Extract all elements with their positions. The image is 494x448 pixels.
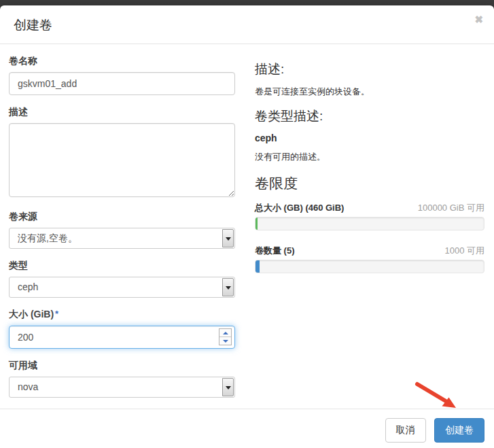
availability-zone-label: 可用域: [9, 360, 235, 372]
volume-count-available: 1000 可用: [444, 245, 484, 257]
total-size-progress-fill: [255, 218, 258, 230]
cancel-button[interactable]: 取消: [385, 418, 426, 443]
volume-name-input[interactable]: [9, 72, 235, 95]
volume-type-description: 没有可用的描述。: [255, 151, 484, 163]
volume-type-name: ceph: [255, 133, 484, 143]
volume-source-value: 没有源,空卷。: [18, 232, 217, 245]
create-volume-dialog: 创建卷 ✖ 卷名称 描述 卷来源 没有源,空卷。 类型: [0, 5, 494, 448]
size-label-text: 大小 (GiB): [9, 309, 54, 320]
volume-count-label: 卷数量 (5): [255, 245, 295, 257]
size-label: 大小 (GiB)*: [9, 309, 235, 321]
dropdown-arrow-icon: [222, 378, 234, 396]
create-volume-button[interactable]: 创建卷: [434, 418, 484, 443]
total-size-limit-row: 总大小 (GB) (460 GiB) 100000 GiB 可用: [255, 202, 484, 214]
type-group: 类型 ceph: [9, 260, 235, 298]
volume-name-label: 卷名称: [9, 55, 235, 67]
number-spinner: [219, 328, 232, 345]
close-icon[interactable]: ✖: [474, 14, 483, 24]
type-label: 类型: [9, 260, 235, 272]
volume-source-group: 卷来源 没有源,空卷。: [9, 211, 235, 249]
spinner-down-icon[interactable]: [219, 337, 231, 345]
volume-count-progress-bar: [255, 260, 484, 273]
availability-zone-group: 可用域 nova: [9, 360, 235, 398]
form-column: 卷名称 描述 卷来源 没有源,空卷。 类型 ceph: [9, 55, 235, 409]
required-asterisk: *: [55, 309, 58, 319]
dialog-title: 创建卷: [14, 16, 484, 34]
volume-count-progress-fill: [255, 260, 260, 273]
dropdown-arrow-icon: [222, 229, 234, 247]
description-group: 描述: [9, 106, 235, 200]
availability-zone-select[interactable]: nova: [9, 377, 235, 398]
total-size-progress-bar: [255, 217, 484, 230]
availability-zone-value: nova: [18, 381, 217, 392]
volume-name-group: 卷名称: [9, 55, 235, 95]
description-label: 描述: [9, 106, 235, 118]
volume-type-heading: 卷类型描述:: [255, 107, 484, 125]
dialog-header: 创建卷 ✖: [0, 5, 494, 44]
size-input-wrap: [9, 326, 235, 349]
spinner-up-icon[interactable]: [219, 329, 231, 337]
type-select[interactable]: ceph: [9, 277, 235, 298]
total-size-available: 100000 GiB 可用: [418, 202, 484, 214]
dropdown-arrow-icon: [222, 278, 234, 296]
volume-limits-heading: 卷限度: [255, 174, 484, 193]
description-help-text: 卷是可连接至实例的块设备。: [255, 86, 484, 98]
type-value: ceph: [18, 281, 217, 292]
size-group: 大小 (GiB)*: [9, 309, 235, 349]
description-heading: 描述:: [255, 61, 484, 78]
help-column: 描述: 卷是可连接至实例的块设备。 卷类型描述: ceph 没有可用的描述。 卷…: [255, 55, 484, 409]
size-input[interactable]: [9, 326, 235, 349]
volume-source-select[interactable]: 没有源,空卷。: [9, 228, 235, 249]
description-textarea[interactable]: [9, 123, 235, 197]
dialog-body: 卷名称 描述 卷来源 没有源,空卷。 类型 ceph: [0, 44, 494, 409]
dialog-footer: 取消 创建卷: [0, 409, 494, 448]
volume-source-label: 卷来源: [9, 211, 235, 223]
total-size-label: 总大小 (GB) (460 GiB): [255, 202, 344, 214]
volume-count-limit-row: 卷数量 (5) 1000 可用: [255, 245, 484, 257]
